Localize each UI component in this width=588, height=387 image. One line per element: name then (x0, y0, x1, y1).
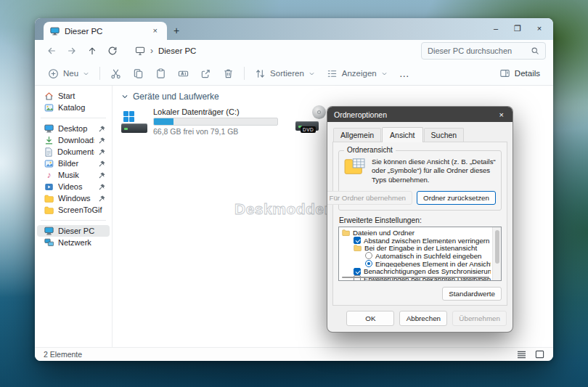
more-button[interactable]: … (393, 63, 416, 83)
sidebar-item-netzwerk[interactable]: Netzwerk (37, 237, 110, 248)
maximize-button[interactable]: ❐ (507, 24, 528, 33)
tab-title: Dieser PC (65, 27, 145, 36)
more-icon: … (399, 68, 410, 79)
chevron-down-icon (381, 70, 388, 77)
tab-allgemein[interactable]: Allgemein (333, 128, 381, 142)
checkbox-checked-icon[interactable] (354, 237, 361, 244)
pin-icon (99, 126, 105, 132)
defaults-button[interactable]: Standardwerte (442, 287, 502, 301)
search-input[interactable] (428, 46, 526, 55)
sidebar-item-label: Desktop (58, 124, 94, 133)
search-box[interactable] (421, 42, 546, 60)
view-button[interactable]: Anzeigen (321, 63, 393, 83)
back-button[interactable] (42, 42, 61, 60)
sidebar-item-katalog[interactable]: Katalog (37, 102, 110, 113)
sidebar-item-label: Windows (58, 194, 94, 203)
desktop-icon (44, 124, 54, 133)
command-toolbar: Neu Sortieren Anzeigen … Details (35, 62, 553, 86)
tree-item-radio[interactable]: Eingegebenes Element in der Ansicht ausw… (340, 260, 491, 268)
sidebar-item-downloads[interactable]: Downloads (37, 134, 110, 146)
apply-button[interactable]: Übernehmen (452, 311, 507, 326)
documents-icon (44, 147, 53, 157)
sidebar-item-videos[interactable]: Videos (37, 181, 110, 192)
share-button[interactable] (195, 63, 217, 83)
sort-button[interactable]: Sortieren (249, 63, 321, 83)
folder-view-icon (344, 158, 366, 176)
sidebar-item-desktop[interactable]: Desktop (37, 123, 110, 134)
advanced-settings-list[interactable]: Dateien und Ordner Abstand zwischen Elem… (338, 227, 502, 281)
dialog-title-bar[interactable]: Ordneroptionen × (327, 107, 513, 122)
disc-icon (312, 105, 326, 119)
apply-to-folders-button[interactable]: Für Ordner übernehmen (327, 191, 412, 205)
close-button[interactable]: × (528, 24, 550, 33)
paste-button[interactable] (150, 63, 172, 83)
tree-item-folder[interactable]: Bei der Eingabe in der Listenansicht (340, 245, 491, 253)
new-button[interactable]: Neu (42, 63, 95, 83)
tree-item-folder[interactable]: Dateien und Ordner (340, 229, 491, 237)
up-button[interactable] (83, 42, 102, 60)
chevron-down-icon (83, 70, 89, 77)
scrollbar-thumb[interactable] (495, 230, 499, 264)
sidebar-item-label: Start (58, 91, 105, 100)
large-icons-view-icon[interactable] (535, 350, 544, 359)
tab-dieser-pc[interactable]: Dieser PC × (44, 22, 167, 40)
section-devices-drives[interactable]: Geräte und Laufwerke (121, 91, 553, 102)
search-icon (531, 46, 539, 55)
drive-c-item[interactable]: Lokaler Datenträger (C:) 66,8 GB frei vo… (121, 107, 278, 136)
folder-view-description: Sie können diese Ansicht (z. B. „Details… (372, 158, 496, 184)
sidebar-item-dokumente[interactable]: Dokumente (37, 146, 110, 158)
ok-button[interactable]: OK (346, 311, 394, 326)
delete-button[interactable] (217, 63, 240, 83)
tab-page-ansicht: Ordneransicht Sie können diese Ansicht (… (332, 142, 507, 306)
sidebar-item-screentogif[interactable]: ScreenToGif (37, 204, 110, 216)
copy-icon (133, 68, 144, 79)
cut-button[interactable] (105, 63, 127, 83)
dialog-close-button[interactable]: × (497, 110, 506, 119)
sidebar-item-label: ScreenToGif (58, 205, 105, 214)
minimize-button[interactable]: – (485, 24, 507, 33)
new-button-label: Neu (63, 69, 78, 78)
tree-item-checkbox[interactable]: Abstand zwischen Elementen verringern (k… (340, 237, 491, 245)
cancel-button[interactable]: Abbrechen (399, 311, 447, 326)
cut-icon (110, 68, 121, 79)
horizontal-scrollbar[interactable] (342, 277, 489, 279)
tab-suchen[interactable]: Suchen (424, 128, 465, 142)
tab-ansicht[interactable]: Ansicht (382, 127, 422, 142)
radio-unchecked-icon[interactable] (365, 252, 372, 259)
copy-button[interactable] (127, 63, 150, 83)
pin-icon (99, 149, 105, 155)
refresh-button[interactable] (103, 42, 122, 60)
details-pane-button[interactable]: Details (494, 63, 546, 83)
sidebar-item-windows[interactable]: Windows (37, 192, 110, 204)
sidebar-item-bilder[interactable]: Bilder (37, 158, 110, 169)
address-bar: › Dieser PC (35, 40, 553, 62)
this-pc-icon (44, 227, 54, 235)
new-tab-button[interactable]: + (167, 25, 186, 40)
sidebar-item-musik[interactable]: ♪ Musik (37, 169, 110, 181)
radio-checked-icon[interactable] (365, 260, 372, 267)
details-pane-label: Details (515, 69, 540, 78)
section-title: Geräte und Laufwerke (133, 91, 219, 102)
sidebar-item-dieser-pc[interactable]: Dieser PC (37, 225, 110, 237)
sidebar-item-label: Dieser PC (58, 227, 105, 235)
tree-item-checkbox[interactable]: Benachrichtigungen des Synchronisierungs… (340, 267, 491, 275)
rename-button[interactable] (172, 63, 195, 83)
checkbox-checked-icon[interactable] (354, 268, 361, 275)
rename-icon (178, 68, 189, 79)
plus-circle-icon (48, 68, 59, 79)
vertical-scrollbar[interactable] (492, 227, 501, 280)
sidebar-item-label: Dokumente (57, 147, 94, 156)
reset-folders-button[interactable]: Ordner zurücksetzen (417, 191, 496, 205)
folder-options-dialog: Ordneroptionen × Allgemein Ansicht Suche… (327, 106, 513, 333)
forward-button[interactable] (62, 42, 81, 60)
breadcrumb[interactable]: › Dieser PC (128, 42, 415, 60)
tree-item-label: Benachrichtigungen des Synchronisierungs… (364, 267, 491, 275)
breadcrumb-location[interactable]: Dieser PC (158, 46, 196, 55)
tree-item-radio[interactable]: Automatisch in Suchfeld eingeben (340, 252, 491, 260)
pin-icon (99, 160, 105, 167)
sidebar-item-label: Videos (58, 182, 94, 191)
details-view-icon[interactable] (517, 351, 526, 359)
sidebar-item-start[interactable]: Start (37, 90, 110, 102)
sidebar-item-label: Bilder (58, 159, 94, 168)
tab-close-icon[interactable]: × (150, 26, 160, 36)
